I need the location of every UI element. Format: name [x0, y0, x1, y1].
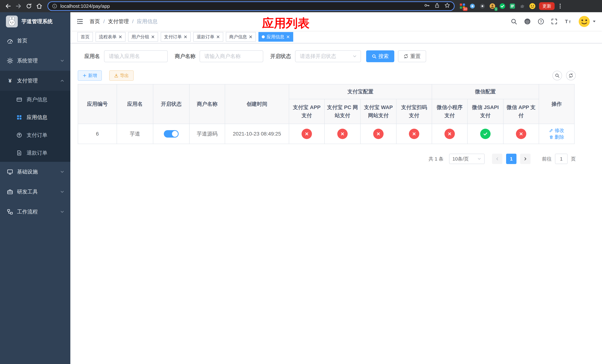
tab-app-info[interactable]: 应用信息 [258, 32, 293, 42]
close-icon[interactable] [184, 35, 187, 39]
col-header-app-id: 应用编号 [78, 84, 117, 124]
prev-page-button[interactable] [492, 154, 502, 164]
sidebar-item-workflow[interactable]: 工作流程 [0, 202, 70, 222]
close-icon[interactable] [118, 35, 122, 39]
fullscreen-icon[interactable] [551, 18, 558, 25]
col-header-actions: 操作 [539, 84, 574, 124]
sidebar-item-label: 首页 [17, 37, 27, 44]
chevron-down-icon [60, 58, 64, 63]
app-logo[interactable]: 芋道管理系统 [0, 12, 70, 31]
close-icon[interactable] [286, 35, 290, 39]
extension-blue-icon[interactable] [468, 2, 476, 10]
search-button[interactable]: 搜索 [366, 50, 394, 62]
bookmark-star-icon[interactable] [444, 2, 450, 10]
password-key-icon[interactable] [424, 2, 430, 10]
tab-label: 支付订单 [164, 34, 182, 40]
svg-text:T: T [565, 19, 568, 24]
export-button[interactable]: 导出 [109, 70, 134, 81]
tab-home[interactable]: 首页 [77, 32, 93, 42]
breadcrumb-home[interactable]: 首页 [90, 18, 100, 25]
sidebar-item-infrastructure[interactable]: 基础设施 [0, 162, 70, 182]
url-bar[interactable]: localhost:1024/pay/app [47, 1, 455, 11]
sidebar-item-merchant-info[interactable]: 商户信息 [0, 91, 70, 108]
tab-pay-order[interactable]: 支付订单 [161, 32, 191, 42]
status-select-placeholder: 请选择开启状态 [300, 53, 336, 60]
status-select[interactable]: 请选择开启状态 [295, 50, 361, 62]
col-header-alipay-qr: 支付宝扫码支付 [396, 99, 432, 124]
sidebar-item-label: 商户信息 [27, 96, 47, 103]
breadcrumb-section[interactable]: 支付管理 [108, 18, 129, 25]
chevron-right-icon [523, 157, 527, 161]
col-header-created: 创建时间 [225, 84, 289, 124]
merchant-name-input[interactable] [200, 50, 263, 62]
site-info-icon[interactable] [52, 3, 57, 9]
chevron-down-icon [60, 190, 64, 194]
delete-link[interactable]: 删除 [549, 134, 564, 140]
back-icon[interactable] [3, 1, 13, 11]
page-size-select[interactable]: 10条/页 [449, 154, 485, 164]
next-page-button[interactable] [520, 154, 531, 164]
trash-icon [549, 135, 553, 139]
tab-merchant-info[interactable]: 商户信息 [226, 32, 256, 42]
close-icon[interactable] [216, 35, 220, 39]
extension-avatar-icon[interactable]: 1 [488, 2, 496, 10]
url-text[interactable]: localhost:1024/pay/app [60, 3, 424, 9]
hamburger-icon[interactable] [76, 18, 84, 25]
tab-user-group[interactable]: 用户分组 [128, 32, 158, 42]
app-name-input[interactable] [104, 50, 168, 62]
help-icon[interactable]: ? [538, 18, 544, 25]
table-toolbar: 新增 导出 [78, 70, 576, 81]
sidebar-item-app-info[interactable]: 应用信息 [0, 108, 70, 126]
tab-refund-order[interactable]: 退款订单 [193, 32, 223, 42]
extension-chat-icon[interactable] [508, 2, 516, 10]
share-icon[interactable] [434, 3, 440, 10]
font-size-icon[interactable]: TT [564, 18, 572, 25]
page-number-button[interactable]: 1 [506, 154, 516, 164]
goto-page-input[interactable] [555, 154, 568, 164]
app-name-label: 应用名 [85, 53, 100, 60]
search-icon[interactable] [511, 18, 517, 25]
add-button[interactable]: 新增 [78, 70, 102, 81]
sidebar-item-refund-order[interactable]: 退款订单 [0, 144, 70, 162]
toolbox-icon [7, 189, 13, 195]
tab-process-form[interactable]: 流程表单 [96, 32, 126, 42]
home-icon[interactable] [34, 1, 44, 11]
extension-dark-icon[interactable] [478, 2, 486, 10]
extension-puzzle-icon[interactable] [518, 2, 527, 10]
sidebar-item-home[interactable]: 首页 [0, 31, 70, 51]
search-icon [372, 54, 376, 59]
sidebar-item-dev-tools[interactable]: 研发工具 [0, 182, 70, 202]
extension-grid-icon[interactable]: 10 [458, 2, 466, 10]
sidebar-item-label: 系统管理 [17, 57, 38, 64]
breadcrumb-current: 应用信息 [137, 18, 158, 25]
col-header-merchant: 商户名称 [189, 84, 225, 124]
sidebar-item-pay-order[interactable]: 支付订单 [0, 126, 70, 144]
status-toggle[interactable] [164, 130, 179, 138]
forward-icon[interactable] [13, 1, 24, 11]
active-dot [262, 35, 265, 38]
extension-green-circle-icon[interactable] [498, 2, 506, 10]
edit-link[interactable]: 修改 [549, 127, 564, 134]
pay-order-icon [16, 132, 22, 138]
refresh-table-button[interactable] [566, 71, 576, 80]
cell-status [153, 124, 189, 144]
close-icon[interactable] [249, 35, 252, 39]
sidebar-item-payment[interactable]: ¥ 支付管理 [0, 71, 70, 91]
show-search-button[interactable] [552, 71, 562, 80]
reload-icon[interactable] [24, 1, 34, 11]
breadcrumb-separator: / [132, 19, 134, 24]
user-avatar[interactable] [578, 16, 596, 27]
browser-menu-icon[interactable] [557, 3, 563, 9]
status-label: 开启状态 [270, 53, 291, 60]
reset-button[interactable]: 重置 [398, 50, 426, 62]
browser-update-button[interactable]: 更新 [539, 2, 555, 10]
extension-emoji-icon[interactable] [528, 2, 537, 10]
cell-app-name: 芋道 [117, 124, 153, 144]
extension-badge: 1 [494, 7, 498, 11]
refresh-icon [569, 73, 573, 78]
pagination: 共 1 条 10条/页 1 前往 页 [78, 154, 576, 164]
monitor-icon [7, 169, 13, 175]
close-icon[interactable] [151, 35, 155, 39]
sidebar-item-system[interactable]: 系统管理 [0, 51, 70, 71]
github-icon[interactable] [524, 18, 531, 25]
